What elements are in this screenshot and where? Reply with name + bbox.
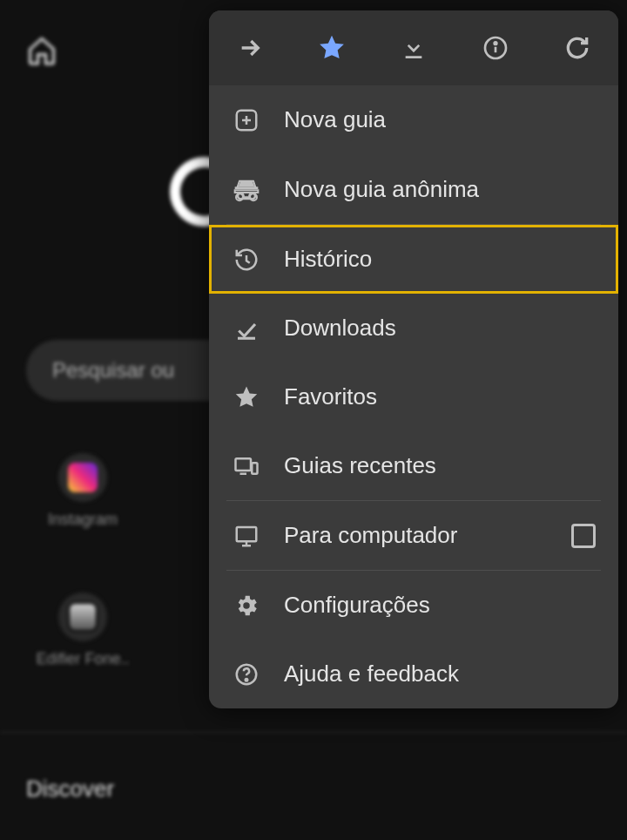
menu-item-desktop-site[interactable]: Para computador	[209, 501, 618, 570]
svg-rect-8	[235, 186, 259, 189]
help-icon	[232, 661, 261, 688]
history-icon	[232, 247, 261, 273]
shortcut-label: Edifier Fone..	[36, 650, 129, 668]
gear-icon	[232, 593, 261, 619]
desktop-site-checkbox[interactable]	[571, 524, 596, 548]
forward-icon[interactable]	[233, 30, 267, 65]
svg-rect-12	[252, 463, 257, 474]
svg-point-17	[246, 679, 248, 681]
download-check-icon	[232, 315, 261, 342]
devices-icon	[232, 453, 261, 479]
menu-item-downloads[interactable]: Downloads	[209, 294, 618, 362]
desktop-icon	[232, 523, 261, 549]
svg-rect-13	[237, 527, 257, 541]
shortcut-instagram[interactable]: Instagram	[30, 453, 135, 529]
reload-icon[interactable]	[560, 30, 595, 65]
menu-item-label: Favoritos	[284, 383, 377, 410]
svg-rect-10	[236, 458, 252, 471]
svg-point-7	[249, 193, 255, 200]
menu-item-label: Histórico	[284, 246, 372, 273]
info-icon[interactable]	[478, 30, 513, 65]
shortcut-label: Instagram	[48, 511, 118, 529]
discover-heading: Discover	[26, 776, 114, 803]
menu-item-label: Configurações	[284, 592, 430, 619]
bookmark-star-icon[interactable]	[314, 30, 349, 65]
menu-item-label: Para computador	[284, 522, 457, 549]
menu-item-incognito[interactable]: Nova guia anônima	[209, 154, 618, 224]
shortcut-edifier[interactable]: Edifier Fone..	[30, 593, 135, 668]
menu-item-label: Nova guia anônima	[284, 176, 479, 203]
overflow-menu: Nova guia Nova guia anônima Histórico Do…	[209, 10, 618, 708]
svg-point-2	[495, 42, 497, 44]
menu-item-label: Nova guia	[284, 106, 386, 133]
menu-item-new-tab[interactable]: Nova guia	[209, 85, 618, 154]
svg-point-6	[238, 193, 244, 200]
menu-item-settings[interactable]: Configurações	[209, 571, 618, 640]
divider	[0, 732, 627, 733]
menu-item-label: Guias recentes	[284, 452, 436, 479]
plus-square-icon	[232, 107, 261, 133]
home-icon[interactable]	[26, 35, 57, 66]
menu-item-help[interactable]: Ajuda e feedback	[209, 640, 618, 708]
menu-item-label: Downloads	[284, 315, 396, 342]
menu-item-bookmarks[interactable]: Favoritos	[209, 362, 618, 431]
menu-top-bar	[209, 10, 618, 85]
menu-item-history[interactable]: Histórico	[209, 225, 618, 294]
star-icon	[232, 384, 261, 410]
download-icon[interactable]	[396, 30, 431, 65]
menu-item-label: Ajuda e feedback	[284, 660, 459, 688]
incognito-icon	[232, 175, 261, 203]
menu-item-recent-tabs[interactable]: Guias recentes	[209, 431, 618, 500]
search-placeholder: Pesquisar ou	[52, 358, 174, 383]
